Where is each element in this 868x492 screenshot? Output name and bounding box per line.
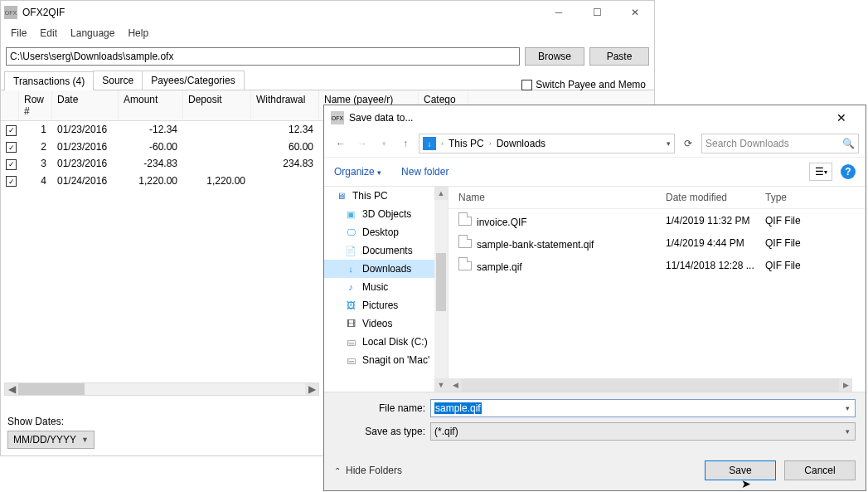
close-button[interactable]: ✕ [616, 1, 654, 24]
scroll-thumb[interactable] [18, 383, 85, 395]
cancel-button[interactable]: Cancel [784, 460, 856, 480]
file-icon [458, 257, 472, 270]
save-type-label: Save as type: [334, 426, 425, 437]
scroll-left-icon[interactable]: ◀ [5, 383, 18, 395]
col-row[interactable]: Row # [19, 90, 52, 120]
tree-desktop[interactable]: 🖵Desktop [324, 223, 448, 241]
path-input[interactable] [6, 47, 520, 66]
hide-folders-toggle[interactable]: ⌃ Hide Folders [334, 465, 402, 476]
chevron-down-icon[interactable]: ▾ [840, 423, 855, 440]
tree-pictures[interactable]: 🖼Pictures [324, 296, 448, 314]
save-button[interactable]: Save [705, 460, 776, 480]
filelist-hscrollbar[interactable]: ◀ ▶ [449, 378, 852, 392]
col-file-type[interactable]: Type [762, 190, 828, 205]
scroll-right-icon[interactable]: ▶ [305, 383, 318, 395]
tree-documents[interactable]: 📄Documents [324, 241, 448, 260]
scroll-thumb[interactable] [436, 253, 446, 311]
breadcrumb-root[interactable]: This PC [449, 138, 484, 149]
col-file-date[interactable]: Date modified [662, 190, 762, 205]
tree-videos[interactable]: 🎞Videos [324, 314, 448, 333]
paste-button[interactable]: Paste [589, 47, 649, 66]
nav-up-button[interactable]: ↑ [395, 134, 415, 153]
breadcrumb-folder[interactable]: Downloads [497, 138, 546, 149]
dialog-close-button[interactable]: ✕ [824, 105, 859, 130]
switch-checkbox[interactable] [521, 80, 532, 90]
scroll-down-icon[interactable]: ▼ [434, 378, 448, 392]
network-drive-icon: 🖴 [344, 353, 357, 367]
download-icon: ↓ [344, 262, 357, 275]
minimize-button[interactable]: ─ [540, 1, 578, 24]
scroll-up-icon[interactable]: ▲ [434, 187, 448, 200]
cube-icon: ▣ [344, 207, 357, 221]
col-deposit[interactable]: Deposit [183, 90, 251, 120]
tab-payees[interactable]: Payees/Categories [142, 71, 244, 90]
date-format-dropdown[interactable]: MM/DD/YYYY ▼ [7, 431, 95, 449]
tree-3d-objects[interactable]: ▣3D Objects [324, 205, 448, 223]
file-name-input[interactable]: sample.qif ▾ [430, 399, 856, 417]
save-dialog: OFX Save data to... ✕ ← → ▾ ↑ ↓ › This P… [323, 105, 866, 491]
grid-hscrollbar[interactable]: ◀ ▶ [4, 382, 319, 396]
scroll-thumb[interactable] [462, 378, 839, 392]
switch-payee-memo[interactable]: Switch Payee and Memo [521, 79, 646, 90]
search-icon: 🔍 [842, 138, 855, 149]
dialog-footer: ⌃ Hide Folders Save Cancel [324, 452, 866, 490]
nav-forward-button[interactable]: → [352, 134, 372, 153]
menu-help[interactable]: Help [123, 26, 153, 41]
col-amount[interactable]: Amount [119, 90, 183, 120]
chevron-down-icon: ▾ [377, 168, 381, 177]
col-file-name[interactable]: Name [455, 190, 662, 205]
tree-music[interactable]: ♪Music [324, 278, 448, 296]
row-checkbox[interactable]: ✓ [6, 125, 17, 136]
path-row: Browse Paste [1, 42, 654, 71]
row-checkbox[interactable]: ✓ [6, 176, 17, 187]
browse-button[interactable]: Browse [525, 47, 584, 66]
breadcrumb[interactable]: ↓ › This PC › Downloads ▾ [419, 134, 675, 153]
tree-scrollbar[interactable]: ▲ ▼ [434, 187, 448, 392]
file-row[interactable]: sample-bank-statement.qif 1/4/2019 4:44 … [449, 231, 866, 254]
file-icon [458, 212, 472, 226]
col-withdrawal[interactable]: Withdrawal [251, 90, 319, 120]
file-row[interactable]: invoice.QIF 1/4/2019 11:32 PM QIF File [449, 209, 866, 231]
organize-menu[interactable]: Organize ▾ [334, 166, 381, 178]
dialog-title: Save data to... [349, 112, 824, 124]
tree-local-disk[interactable]: 🖴Local Disk (C:) [324, 333, 448, 351]
chevron-down-icon[interactable]: ▾ [840, 400, 855, 416]
file-name-label: File name: [334, 402, 425, 414]
titlebar: OFX OFX2QIF ─ ☐ ✕ [1, 1, 654, 24]
menu-edit[interactable]: Edit [35, 26, 62, 41]
scroll-right-icon[interactable]: ▶ [839, 378, 852, 392]
tree-downloads[interactable]: ↓Downloads [324, 260, 448, 278]
dialog-icon: OFX [331, 111, 344, 124]
row-checkbox[interactable]: ✓ [6, 142, 17, 153]
new-folder-button[interactable]: New folder [401, 166, 449, 178]
row-checkbox[interactable]: ✓ [6, 159, 17, 170]
app-icon: OFX [4, 6, 17, 19]
desktop-icon: 🖵 [344, 226, 357, 239]
file-icon [458, 235, 472, 248]
dialog-body: 🖥This PC ▣3D Objects 🖵Desktop 📄Documents… [324, 186, 866, 392]
view-options-button[interactable]: ☰▾ [809, 163, 832, 181]
menu-file[interactable]: File [6, 26, 32, 41]
col-date[interactable]: Date [52, 90, 119, 120]
refresh-button[interactable]: ⟳ [678, 134, 698, 153]
tree-snagit[interactable]: 🖴Snagit on 'Mac' [324, 351, 448, 369]
tree-this-pc[interactable]: 🖥This PC [324, 187, 448, 205]
help-icon[interactable]: ? [841, 164, 856, 179]
breadcrumb-dropdown-icon[interactable]: ▾ [667, 139, 671, 148]
file-row[interactable]: sample.qif 11/14/2018 12:28 ... QIF File [449, 254, 866, 276]
switch-label: Switch Payee and Memo [536, 79, 646, 90]
nav-recent-button[interactable]: ▾ [374, 134, 394, 153]
scroll-left-icon[interactable]: ◀ [449, 378, 462, 392]
search-input[interactable]: Search Downloads 🔍 [701, 134, 859, 153]
save-type-dropdown[interactable]: (*.qif) ▾ [430, 422, 856, 441]
maximize-button[interactable]: ☐ [578, 1, 616, 24]
nav-back-button[interactable]: ← [331, 134, 351, 153]
toolbar-row: Organize ▾ New folder ☰▾ ? [324, 158, 866, 186]
menu-language[interactable]: Language [65, 26, 119, 41]
disk-icon: 🖴 [344, 335, 357, 348]
menubar: File Edit Language Help [1, 24, 654, 42]
tab-source[interactable]: Source [93, 71, 143, 90]
videos-icon: 🎞 [344, 317, 357, 330]
tab-transactions[interactable]: Transactions (4) [4, 71, 94, 90]
nav-row: ← → ▾ ↑ ↓ › This PC › Downloads ▾ ⟳ Sear… [324, 130, 866, 158]
